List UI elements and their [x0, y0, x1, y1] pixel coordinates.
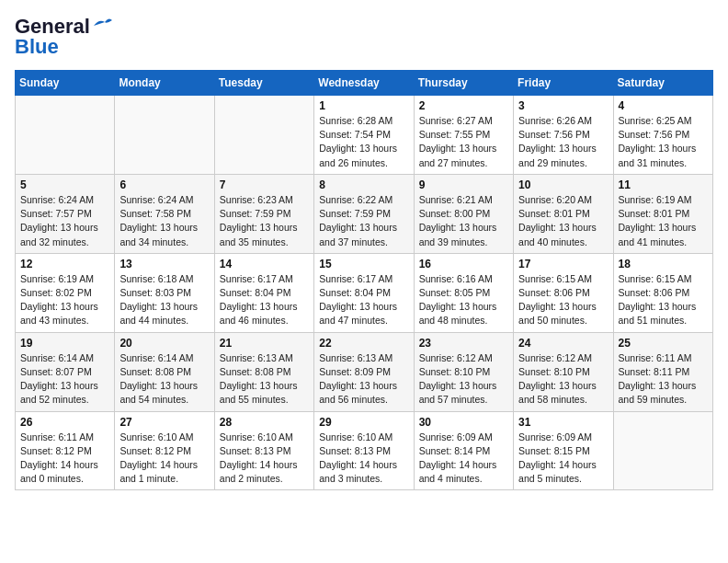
calendar-cell: 29Sunrise: 6:10 AMSunset: 8:13 PMDayligh… — [314, 411, 414, 490]
day-info: Sunrise: 6:12 AMSunset: 8:10 PMDaylight:… — [518, 351, 608, 408]
calendar-table: SundayMondayTuesdayWednesdayThursdayFrid… — [15, 70, 713, 490]
calendar-cell: 22Sunrise: 6:13 AMSunset: 8:09 PMDayligh… — [314, 332, 414, 411]
calendar-cell: 19Sunrise: 6:14 AMSunset: 8:07 PMDayligh… — [16, 332, 115, 411]
weekday-header: Saturday — [613, 71, 712, 96]
calendar-cell: 9Sunrise: 6:21 AMSunset: 8:00 PMDaylight… — [414, 174, 513, 253]
calendar-cell: 11Sunrise: 6:19 AMSunset: 8:01 PMDayligh… — [613, 174, 712, 253]
day-number: 4 — [619, 99, 708, 112]
day-number: 10 — [518, 178, 608, 191]
calendar-cell: 17Sunrise: 6:15 AMSunset: 8:06 PMDayligh… — [514, 253, 613, 332]
day-number: 7 — [220, 178, 309, 191]
day-info: Sunrise: 6:23 AMSunset: 7:59 PMDaylight:… — [220, 193, 309, 249]
calendar-cell: 21Sunrise: 6:13 AMSunset: 8:08 PMDayligh… — [214, 332, 313, 411]
weekday-header: Tuesday — [214, 71, 313, 96]
day-info: Sunrise: 6:22 AMSunset: 7:59 PMDaylight:… — [319, 193, 408, 249]
day-number: 17 — [518, 258, 608, 270]
day-number: 28 — [220, 416, 309, 429]
day-info: Sunrise: 6:18 AMSunset: 8:03 PMDaylight:… — [119, 272, 209, 328]
calendar-cell: 12Sunrise: 6:19 AMSunset: 8:02 PMDayligh… — [16, 253, 115, 332]
day-number: 26 — [20, 416, 109, 429]
day-number: 23 — [419, 337, 508, 350]
day-number: 29 — [319, 416, 408, 429]
day-info: Sunrise: 6:17 AMSunset: 8:04 PMDaylight:… — [319, 272, 408, 328]
calendar-week-row: 26Sunrise: 6:11 AMSunset: 8:12 PMDayligh… — [16, 411, 713, 490]
day-info: Sunrise: 6:24 AMSunset: 7:57 PMDaylight:… — [20, 193, 109, 249]
calendar-cell: 5Sunrise: 6:24 AMSunset: 7:57 PMDaylight… — [16, 174, 115, 253]
calendar-week-row: 19Sunrise: 6:14 AMSunset: 8:07 PMDayligh… — [16, 332, 713, 411]
calendar-cell: 13Sunrise: 6:18 AMSunset: 8:03 PMDayligh… — [115, 253, 214, 332]
calendar-cell: 27Sunrise: 6:10 AMSunset: 8:12 PMDayligh… — [115, 411, 214, 490]
calendar-cell: 2Sunrise: 6:27 AMSunset: 7:55 PMDaylight… — [414, 96, 513, 175]
calendar-cell: 18Sunrise: 6:15 AMSunset: 8:06 PMDayligh… — [613, 253, 712, 332]
day-info: Sunrise: 6:27 AMSunset: 7:55 PMDaylight:… — [419, 114, 508, 170]
calendar-cell: 10Sunrise: 6:20 AMSunset: 8:01 PMDayligh… — [514, 174, 613, 253]
day-number: 31 — [518, 416, 608, 429]
day-number: 20 — [119, 337, 209, 350]
calendar-cell: 16Sunrise: 6:16 AMSunset: 8:05 PMDayligh… — [414, 253, 513, 332]
weekday-header: Friday — [514, 71, 613, 96]
calendar-header-row: SundayMondayTuesdayWednesdayThursdayFrid… — [16, 71, 713, 96]
calendar-cell: 4Sunrise: 6:25 AMSunset: 7:56 PMDaylight… — [613, 96, 712, 175]
day-info: Sunrise: 6:13 AMSunset: 8:09 PMDaylight:… — [319, 351, 408, 408]
day-info: Sunrise: 6:25 AMSunset: 7:56 PMDaylight:… — [619, 114, 708, 170]
day-info: Sunrise: 6:10 AMSunset: 8:12 PMDaylight:… — [119, 431, 209, 487]
calendar-cell — [16, 96, 115, 175]
day-number: 12 — [20, 258, 109, 270]
day-number: 30 — [419, 416, 508, 429]
day-info: Sunrise: 6:15 AMSunset: 8:06 PMDaylight:… — [619, 272, 708, 328]
day-info: Sunrise: 6:20 AMSunset: 8:01 PMDaylight:… — [518, 193, 608, 249]
day-info: Sunrise: 6:28 AMSunset: 7:54 PMDaylight:… — [319, 114, 408, 170]
calendar-cell — [214, 96, 313, 175]
calendar-cell: 24Sunrise: 6:12 AMSunset: 8:10 PMDayligh… — [514, 332, 613, 411]
day-info: Sunrise: 6:26 AMSunset: 7:56 PMDaylight:… — [518, 114, 608, 170]
calendar-week-row: 1Sunrise: 6:28 AMSunset: 7:54 PMDaylight… — [16, 96, 713, 175]
weekday-header: Thursday — [414, 71, 513, 96]
day-number: 1 — [319, 99, 408, 112]
day-info: Sunrise: 6:11 AMSunset: 8:11 PMDaylight:… — [619, 351, 708, 408]
day-info: Sunrise: 6:13 AMSunset: 8:08 PMDaylight:… — [220, 351, 309, 408]
weekday-header: Wednesday — [314, 71, 414, 96]
day-info: Sunrise: 6:10 AMSunset: 8:13 PMDaylight:… — [319, 431, 408, 487]
logo-blue: Blue — [15, 35, 59, 59]
weekday-header: Monday — [115, 71, 214, 96]
calendar-cell: 14Sunrise: 6:17 AMSunset: 8:04 PMDayligh… — [214, 253, 313, 332]
day-info: Sunrise: 6:12 AMSunset: 8:10 PMDaylight:… — [419, 351, 508, 408]
day-number: 11 — [619, 178, 708, 191]
day-number: 15 — [319, 258, 408, 270]
calendar-cell: 6Sunrise: 6:24 AMSunset: 7:58 PMDaylight… — [115, 174, 214, 253]
day-number: 9 — [419, 178, 508, 191]
day-number: 14 — [220, 258, 309, 270]
day-info: Sunrise: 6:10 AMSunset: 8:13 PMDaylight:… — [220, 431, 309, 487]
calendar-cell — [115, 96, 214, 175]
calendar-cell: 26Sunrise: 6:11 AMSunset: 8:12 PMDayligh… — [16, 411, 115, 490]
day-info: Sunrise: 6:09 AMSunset: 8:14 PMDaylight:… — [419, 431, 508, 487]
day-info: Sunrise: 6:24 AMSunset: 7:58 PMDaylight:… — [119, 193, 209, 249]
day-info: Sunrise: 6:09 AMSunset: 8:15 PMDaylight:… — [518, 431, 608, 487]
logo: General Blue — [15, 15, 112, 59]
calendar-cell — [613, 411, 712, 490]
weekday-header: Sunday — [16, 71, 115, 96]
day-number: 8 — [319, 178, 408, 191]
day-info: Sunrise: 6:17 AMSunset: 8:04 PMDaylight:… — [220, 272, 309, 328]
day-number: 2 — [419, 99, 508, 112]
calendar-cell: 31Sunrise: 6:09 AMSunset: 8:15 PMDayligh… — [514, 411, 613, 490]
calendar-cell: 20Sunrise: 6:14 AMSunset: 8:08 PMDayligh… — [115, 332, 214, 411]
calendar-week-row: 5Sunrise: 6:24 AMSunset: 7:57 PMDaylight… — [16, 174, 713, 253]
calendar-cell: 30Sunrise: 6:09 AMSunset: 8:14 PMDayligh… — [414, 411, 513, 490]
calendar-cell: 1Sunrise: 6:28 AMSunset: 7:54 PMDaylight… — [314, 96, 414, 175]
day-number: 6 — [119, 178, 209, 191]
calendar-cell: 23Sunrise: 6:12 AMSunset: 8:10 PMDayligh… — [414, 332, 513, 411]
day-info: Sunrise: 6:16 AMSunset: 8:05 PMDaylight:… — [419, 272, 508, 328]
calendar-cell: 28Sunrise: 6:10 AMSunset: 8:13 PMDayligh… — [214, 411, 313, 490]
day-number: 25 — [619, 337, 708, 350]
day-number: 13 — [119, 258, 209, 270]
calendar-cell: 15Sunrise: 6:17 AMSunset: 8:04 PMDayligh… — [314, 253, 414, 332]
day-number: 22 — [319, 337, 408, 350]
day-number: 21 — [220, 337, 309, 350]
day-info: Sunrise: 6:15 AMSunset: 8:06 PMDaylight:… — [518, 272, 608, 328]
day-number: 18 — [619, 258, 708, 270]
page-header: General Blue — [15, 15, 713, 59]
day-number: 16 — [419, 258, 508, 270]
day-info: Sunrise: 6:19 AMSunset: 8:01 PMDaylight:… — [619, 193, 708, 249]
day-info: Sunrise: 6:11 AMSunset: 8:12 PMDaylight:… — [20, 431, 109, 487]
